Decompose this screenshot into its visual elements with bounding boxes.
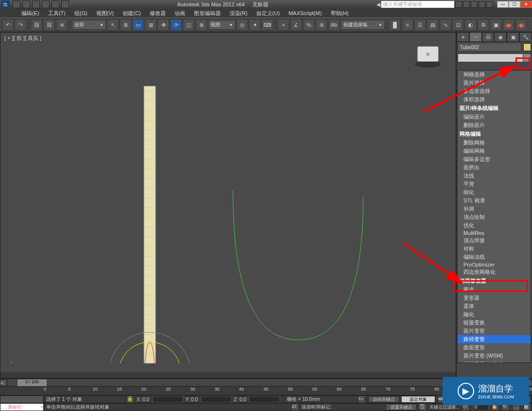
scale-button[interactable]: ◫ <box>183 19 195 31</box>
menu-help[interactable]: 帮助(H) <box>329 9 351 18</box>
move-button[interactable]: ✥ <box>158 19 169 31</box>
key-icon[interactable]: 🗝 <box>358 395 366 403</box>
menu-render[interactable]: 渲染(R) <box>228 9 249 18</box>
mod-item[interactable]: STL 检查 <box>458 197 531 205</box>
favorites-icon[interactable] <box>471 1 478 8</box>
mod-item[interactable]: 编辑法线 <box>458 253 531 261</box>
qat-save[interactable] <box>32 0 40 8</box>
mirror-button[interactable]: ▐▌ <box>389 19 401 31</box>
help-search-input[interactable]: 键入关键字或短语 <box>381 1 454 8</box>
menu-view[interactable]: 视图(V) <box>94 9 116 18</box>
mod-item[interactable]: 细化 <box>458 188 531 197</box>
mod-item[interactable]: 面挤出 <box>458 163 531 172</box>
edit-named-sel-button[interactable]: Ab <box>328 19 340 31</box>
mod-item[interactable]: 链接变换 <box>458 319 531 327</box>
qat-new[interactable] <box>13 0 20 8</box>
mod-item[interactable]: 面片变形 <box>458 327 531 335</box>
material-editor-button[interactable]: ◐ <box>465 19 477 31</box>
mod-item[interactable]: 路径变形 (WSM) <box>458 360 531 363</box>
timetag-icon[interactable]: 🏷 <box>291 403 299 411</box>
minimize-button[interactable]: — <box>497 1 509 8</box>
mod-item[interactable]: 面片选择 <box>458 79 531 87</box>
mod-item[interactable]: 变形器 <box>458 294 531 302</box>
app-menu-button[interactable]: ⧉ <box>1 0 10 8</box>
ts-thumb[interactable]: 0 / 100 <box>18 379 47 386</box>
lock-icon[interactable]: 🔒 <box>126 395 134 403</box>
redo-button[interactable]: ↷ <box>15 19 26 31</box>
coord-x-field[interactable] <box>152 396 183 403</box>
window-crossing-button[interactable]: ⊞ <box>145 19 157 31</box>
manage-layers-button[interactable]: ▤ <box>427 19 439 31</box>
spinner-snap-button[interactable]: ⊚ <box>316 19 327 31</box>
mod-item[interactable]: MultiRes <box>458 230 531 236</box>
named-selset-dropdown[interactable]: 创建选择集 <box>341 20 385 30</box>
render-setup-button[interactable]: ⚙ <box>478 19 489 31</box>
refcoord-button[interactable]: ⊕ <box>195 19 207 31</box>
mod-item[interactable]: 顶点绘制 <box>458 213 531 221</box>
menu-customize[interactable]: 自定义(U) <box>254 9 282 18</box>
snap-angle-button[interactable]: ∠ <box>290 19 302 31</box>
mod-item[interactable]: 多边形选择 <box>458 87 531 95</box>
mod-item[interactable]: 融化 <box>458 310 531 319</box>
close-button[interactable]: ✕ <box>520 1 532 8</box>
modifier-list-dropdown[interactable]: ▼ <box>458 54 531 62</box>
drop-icon[interactable] <box>486 1 493 8</box>
mod-item[interactable]: 删除面片 <box>458 121 531 129</box>
help-icon[interactable] <box>479 1 485 8</box>
create-tab[interactable]: ✳ <box>457 32 469 42</box>
menu-edit[interactable]: 编辑(E) <box>19 9 41 18</box>
object-color-swatch[interactable] <box>523 43 531 51</box>
select-by-name-button[interactable]: ≣ <box>120 19 131 31</box>
align-button[interactable]: ≡ <box>402 19 413 31</box>
select-region-button[interactable]: ▭ <box>132 19 144 31</box>
mod-item[interactable]: 优化 <box>458 221 531 230</box>
mod-item[interactable]: 编辑多边形 <box>458 155 531 163</box>
script-line[interactable]: … 所在行: < <box>0 403 44 411</box>
mod-item[interactable]: 曲面变形 <box>458 343 531 352</box>
mod-item[interactable]: 顶点焊接 <box>458 236 531 245</box>
motion-tab[interactable]: ◉ <box>494 32 507 42</box>
snap-percent-button[interactable]: % <box>303 19 315 31</box>
link-button[interactable]: ⛓ <box>31 19 42 31</box>
ts-prev[interactable]: < <box>0 379 7 386</box>
snap-2d-button[interactable]: ⌖ <box>278 19 289 31</box>
mod-item[interactable]: 网格选择 <box>458 71 531 79</box>
mod-item[interactable]: 对称 <box>458 245 531 253</box>
layer-manager-button[interactable]: ☰ <box>414 19 426 31</box>
keyfilter-icon[interactable]: ⚿ <box>419 403 427 411</box>
menu-grapheditor[interactable]: 图形编辑器 <box>192 9 223 18</box>
modifier-list-arrow[interactable]: ▼ <box>523 54 531 62</box>
viewport-front[interactable]: [ + ][ 前 ][ 真实 ] 前 <box>0 32 456 378</box>
mod-item[interactable]: 体积选择 <box>458 95 531 104</box>
select-manipulate-button[interactable]: ✦ <box>249 19 261 31</box>
menu-tools[interactable]: 工具(T) <box>46 9 68 18</box>
coord-z-field[interactable] <box>249 396 280 403</box>
mod-item[interactable]: 编辑网格 <box>458 147 531 155</box>
pivot-button[interactable]: ◎ <box>236 19 248 31</box>
hierarchy-tab[interactable]: 品 <box>482 32 495 42</box>
qat-more[interactable] <box>61 0 69 8</box>
coord-y-field[interactable] <box>201 396 232 403</box>
mod-item[interactable]: 蒙皮 <box>458 286 531 294</box>
qat-redo[interactable] <box>52 0 59 8</box>
render-production-button[interactable]: 🫖 <box>503 19 514 31</box>
refcoord-dropdown[interactable]: 视图 <box>208 20 235 30</box>
mod-item-pathdeform[interactable]: 路径变形 <box>458 335 531 343</box>
mod-item[interactable]: 删除网格 <box>458 139 531 147</box>
display-tab[interactable]: ▣ <box>507 32 519 42</box>
select-object-button[interactable]: ↖ <box>107 19 119 31</box>
menu-animation[interactable]: 动画 <box>173 9 187 18</box>
schematic-view-button[interactable]: ⊡ <box>452 19 464 31</box>
qat-undo[interactable] <box>42 0 50 8</box>
selection-filter-dropdown[interactable]: 全部 <box>72 20 106 30</box>
modifier-dropdown-list[interactable]: 网格选择 面片选择 多边形选择 体积选择 面片/样条线编辑 编辑面片 删除面片 … <box>457 70 531 363</box>
curve-editor-button[interactable]: ∿ <box>440 19 451 31</box>
undo-button[interactable]: ↶ <box>2 19 14 31</box>
mod-item[interactable]: 平滑 <box>458 180 531 188</box>
mod-item[interactable]: 法线 <box>458 172 531 180</box>
mod-item[interactable]: 补洞 <box>458 205 531 213</box>
render-iterative-button[interactable]: 🫖 <box>515 19 527 31</box>
mod-item[interactable]: 四边形网格化 <box>458 268 531 276</box>
autokey-toggle[interactable]: 自动关键点 <box>368 396 399 403</box>
setkey-button[interactable]: 设置关键点 <box>386 404 417 411</box>
